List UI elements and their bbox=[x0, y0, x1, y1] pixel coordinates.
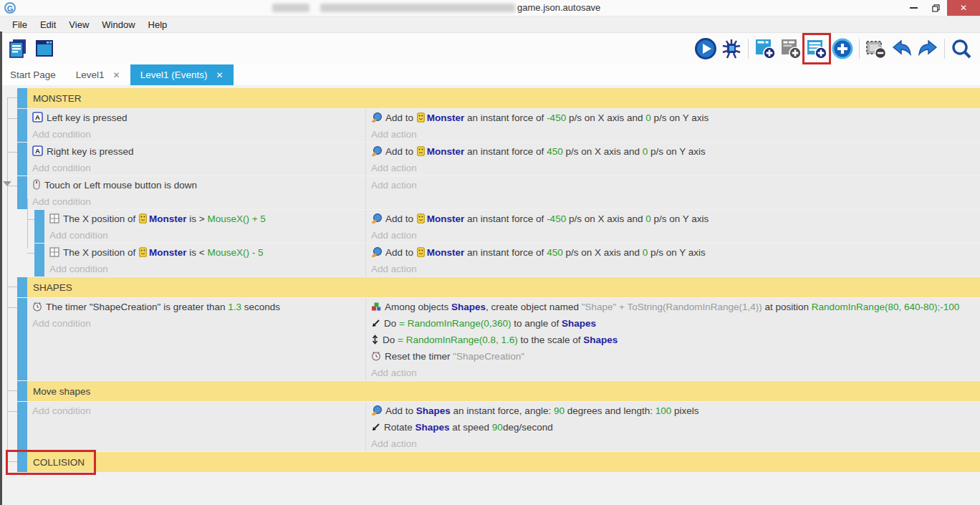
position-icon bbox=[49, 213, 59, 228]
menu-edit[interactable]: Edit bbox=[34, 19, 62, 30]
event-group-header[interactable]: SHAPES bbox=[0, 277, 980, 297]
event-handle-bar[interactable] bbox=[17, 402, 27, 451]
event-handle-bar[interactable] bbox=[17, 277, 27, 297]
redo-button[interactable] bbox=[915, 35, 941, 62]
action-line[interactable]: Add to Monster an instant force of -450 … bbox=[371, 110, 980, 127]
add-condition-link[interactable]: Add condition bbox=[32, 160, 365, 175]
action-line[interactable]: Reset the timer "ShapeCreation" bbox=[371, 349, 980, 365]
add-action-link[interactable]: Add action bbox=[371, 365, 980, 380]
add-comment-button[interactable] bbox=[778, 35, 804, 62]
menu-help[interactable]: Help bbox=[142, 19, 174, 30]
add-condition-link[interactable]: Add condition bbox=[32, 127, 365, 142]
actions-cell: Add to Monster an instant force of -450 … bbox=[365, 210, 980, 243]
action-line[interactable]: Rotate Shapes at speed 90deg/second bbox=[371, 420, 980, 436]
conditions-cell: The X position of Monster is > MouseX() … bbox=[44, 210, 365, 243]
add-other-event-button[interactable] bbox=[830, 35, 855, 62]
event-handle-bar[interactable] bbox=[17, 88, 27, 108]
delete-event-button[interactable] bbox=[863, 35, 889, 62]
collapse-expander-icon[interactable] bbox=[3, 181, 11, 186]
tab-level1[interactable]: Level1✕ bbox=[66, 64, 130, 85]
add-event-button[interactable] bbox=[804, 35, 830, 62]
text-segment: MouseX() - 5 bbox=[207, 247, 263, 258]
event-row[interactable]: The X position of Monster is > MouseX() … bbox=[0, 210, 980, 243]
tree-gutter bbox=[0, 244, 34, 276]
tree-tick bbox=[7, 118, 17, 119]
event-row[interactable]: Touch or Left mouse button is downAdd co… bbox=[0, 176, 980, 209]
text-segment: = RandomInRange(0.8, 1.6) bbox=[398, 335, 518, 345]
debug-icon bbox=[720, 37, 743, 60]
project-manager-button[interactable] bbox=[6, 35, 32, 62]
text-segment: MouseX() + 5 bbox=[207, 213, 265, 224]
text-segment: deg/second bbox=[503, 422, 553, 433]
action-line[interactable]: Do = RandomInRange(0.8, 1.6) to the scal… bbox=[371, 332, 980, 349]
add-subevent-button[interactable] bbox=[752, 35, 778, 62]
tree-tick bbox=[7, 97, 17, 98]
event-handle-bar[interactable] bbox=[17, 109, 27, 142]
search-button[interactable] bbox=[948, 35, 974, 62]
add-action-link[interactable]: Add action bbox=[371, 261, 980, 276]
action-line[interactable]: Add to Monster an instant force of -450 … bbox=[371, 211, 980, 228]
actions-cell: Add action bbox=[365, 176, 980, 209]
event-handle-bar[interactable] bbox=[17, 176, 27, 209]
add-condition-link[interactable]: Add condition bbox=[32, 194, 365, 209]
condition-line[interactable]: ARight key is pressed bbox=[32, 144, 365, 160]
condition-line[interactable]: The X position of Monster is > MouseX() … bbox=[49, 211, 365, 228]
add-action-link[interactable]: Add action bbox=[371, 178, 980, 193]
text-segment: Add to bbox=[385, 112, 416, 123]
action-line[interactable]: Add to Shapes an instant force, angle: 9… bbox=[371, 403, 980, 420]
text-segment: 90 bbox=[492, 422, 503, 433]
text-segment: is > bbox=[187, 213, 208, 224]
action-line[interactable]: Add to Monster an instant force of 450 p… bbox=[371, 144, 980, 160]
event-handle-bar[interactable] bbox=[17, 452, 27, 472]
condition-line[interactable]: Touch or Left mouse button is down bbox=[32, 178, 365, 194]
event-row[interactable]: The timer "ShapeCreation" is greater tha… bbox=[0, 298, 980, 380]
event-handle-bar[interactable] bbox=[17, 143, 27, 175]
event-handle-bar[interactable] bbox=[17, 381, 27, 401]
add-action-link[interactable]: Add action bbox=[371, 436, 980, 451]
play-button[interactable] bbox=[693, 35, 719, 62]
action-line[interactable]: Add to Monster an instant force of 450 p… bbox=[371, 245, 980, 261]
minimize-button[interactable] bbox=[903, 0, 925, 16]
text-segment: an instant force, angle: bbox=[451, 405, 554, 416]
condition-line[interactable]: ALeft key is pressed bbox=[32, 110, 365, 127]
keyboard-icon: A bbox=[32, 112, 43, 127]
text-segment: p/s on X axis and bbox=[566, 112, 645, 123]
menu-window[interactable]: Window bbox=[95, 19, 141, 30]
event-row[interactable]: ALeft key is pressedAdd conditionAdd to … bbox=[0, 109, 980, 142]
text-segment: 1.3 bbox=[228, 302, 241, 312]
action-line[interactable]: Do = RandomInRange(0,360) to angle of Sh… bbox=[371, 316, 980, 332]
mouse-icon bbox=[32, 179, 41, 194]
scene-editor-button[interactable] bbox=[32, 35, 57, 62]
add-condition-link[interactable]: Add condition bbox=[32, 403, 365, 418]
event-group-header[interactable]: COLLISION bbox=[0, 452, 980, 472]
add-condition-link[interactable]: Add condition bbox=[49, 228, 365, 243]
event-group-header[interactable]: MONSTER bbox=[0, 88, 980, 108]
tab-level1-events-[interactable]: Level1 (Events)✕ bbox=[130, 64, 234, 85]
menu-view[interactable]: View bbox=[62, 19, 95, 30]
restore-button[interactable] bbox=[925, 0, 947, 16]
undo-button[interactable] bbox=[889, 35, 915, 62]
event-handle-bar[interactable] bbox=[34, 244, 44, 276]
add-condition-link[interactable]: Add condition bbox=[32, 316, 365, 331]
event-row[interactable]: ARight key is pressedAdd conditionAdd to… bbox=[0, 143, 980, 175]
condition-line[interactable]: The timer "ShapeCreation" is greater tha… bbox=[32, 299, 365, 316]
tab-close-icon[interactable]: ✕ bbox=[113, 70, 120, 80]
event-handle-bar[interactable] bbox=[17, 298, 27, 380]
condition-line[interactable]: The X position of Monster is < MouseX() … bbox=[49, 245, 365, 261]
menu-bar: FileEditViewWindowHelp bbox=[0, 16, 980, 33]
add-action-link[interactable]: Add action bbox=[371, 160, 980, 175]
event-row[interactable]: Add conditionAdd to Shapes an instant fo… bbox=[0, 402, 980, 451]
add-condition-link[interactable]: Add condition bbox=[49, 261, 365, 276]
tab-start-page[interactable]: Start Page bbox=[0, 64, 66, 85]
event-group-header[interactable]: Move shapes bbox=[0, 381, 980, 401]
action-line[interactable]: Among objects Shapes, create object name… bbox=[371, 299, 980, 316]
menu-file[interactable]: File bbox=[6, 19, 34, 30]
add-action-link[interactable]: Add action bbox=[371, 127, 980, 142]
text-segment: seconds bbox=[241, 302, 280, 312]
tab-close-icon[interactable]: ✕ bbox=[216, 70, 223, 80]
event-row[interactable]: The X position of Monster is < MouseX() … bbox=[0, 244, 980, 276]
event-handle-bar[interactable] bbox=[34, 210, 44, 243]
debug-button[interactable] bbox=[719, 35, 744, 62]
add-action-link[interactable]: Add action bbox=[371, 228, 980, 243]
close-button[interactable]: ✕ bbox=[947, 0, 980, 16]
